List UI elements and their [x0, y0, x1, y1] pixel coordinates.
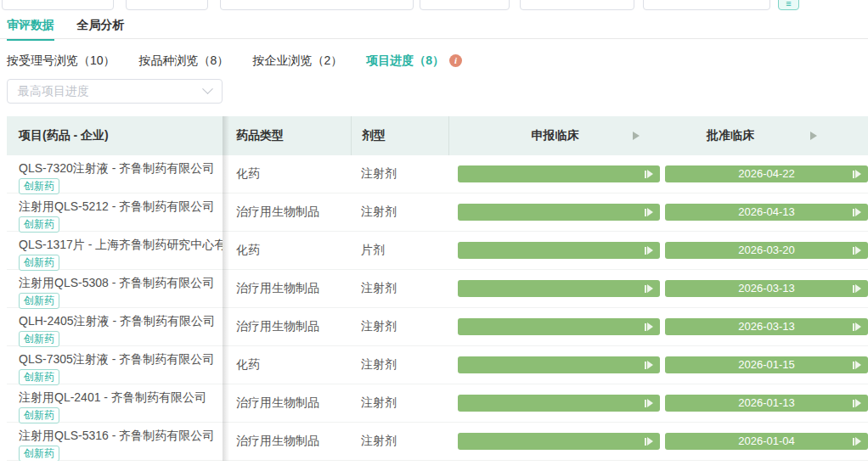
project-cell: QLS-1317片 - 上海齐鲁制药研究中心有限公司 创新药 [7, 232, 223, 269]
expand-stage-icon[interactable] [810, 132, 817, 140]
step-forward-icon [645, 437, 653, 446]
project-cell: 注射用QLS-5212 - 齐鲁制药有限公司 创新药 [7, 193, 223, 231]
declare-clinical-bar[interactable] [458, 356, 660, 373]
approve-clinical-cell: 2026-03-13 [661, 308, 868, 345]
approve-clinical-cell: 2026-01-13 [661, 384, 868, 422]
step-forward-icon [853, 437, 861, 446]
info-icon[interactable]: i [449, 54, 462, 67]
subtab-by-enterprise[interactable]: 按企业浏览（2） [252, 53, 342, 69]
declare-clinical-cell [448, 346, 661, 384]
subtab-by-acceptance-number[interactable]: 按受理号浏览（10） [7, 53, 116, 69]
filter-input[interactable] [2, 0, 114, 10]
dosage-form-cell: 注射剂 [351, 357, 448, 373]
filter-input[interactable] [520, 0, 634, 10]
chevron-down-icon [202, 83, 213, 94]
drug-type-cell: 化药 [223, 166, 351, 182]
bar-date-label: 2026-03-13 [665, 318, 868, 335]
step-forward-icon [853, 361, 861, 369]
tab-global-analysis[interactable]: 全局分析 [76, 18, 124, 39]
step-forward-icon [645, 208, 653, 216]
progress-select[interactable]: 最高项目进度 [7, 79, 223, 104]
subtab-project-progress[interactable]: 项目进度（8）i [366, 53, 462, 69]
approve-clinical-bar[interactable]: 2026-01-13 [665, 395, 868, 412]
approve-clinical-cell: 2026-01-15 [661, 346, 868, 384]
approve-clinical-bar[interactable]: 2026-04-13 [665, 204, 868, 221]
innovative-drug-badge: 创新药 [19, 293, 59, 309]
step-forward-icon [853, 170, 861, 178]
progress-table: 项目(药品 - 企业) 药品类型 剂型 申报临床 批准临床 QLS-7320注射… [7, 116, 868, 461]
declare-clinical-bar[interactable] [458, 395, 660, 412]
declare-clinical-bar[interactable] [458, 280, 660, 297]
step-forward-icon [853, 246, 861, 255]
step-forward-icon [645, 246, 653, 255]
step-forward-icon [645, 399, 653, 407]
declare-clinical-bar[interactable] [458, 433, 660, 450]
declare-clinical-bar[interactable] [458, 242, 660, 259]
table-row: QLS-7305注射液 - 齐鲁制药有限公司 创新药 化药 注射剂 2026-0… [7, 346, 868, 384]
project-cell: 注射用QLS-5316 - 齐鲁制药有限公司 创新药 [7, 423, 223, 460]
table-row: 注射用QL-2401 - 齐鲁制药有限公司 创新药 治疗用生物制品 注射剂 20… [7, 384, 868, 423]
declare-clinical-cell [448, 308, 661, 345]
subtab-by-variety[interactable]: 按品种浏览（8） [139, 53, 229, 69]
table-row: QLH-2405注射液 - 齐鲁制药有限公司 创新药 治疗用生物制品 注射剂 2… [7, 308, 868, 346]
table-row: 注射用QLS-5308 - 齐鲁制药有限公司 创新药 治疗用生物制品 注射剂 2… [7, 270, 868, 308]
declare-clinical-cell [448, 155, 661, 193]
sub-tabs: 按受理号浏览（10） 按品种浏览（8） 按企业浏览（2） 项目进度（8）i [0, 53, 868, 69]
table-header: 项目(药品 - 企业) 药品类型 剂型 申报临床 批准临床 [7, 116, 868, 155]
bar-date-label: 2026-04-22 [665, 165, 868, 182]
filter-input[interactable] [420, 0, 510, 10]
table-row: QLS-7320注射液 - 齐鲁制药有限公司 创新药 化药 注射剂 2026-0… [7, 155, 868, 193]
declare-clinical-cell [448, 423, 661, 460]
filter-row: 最高项目进度 [0, 79, 868, 104]
filter-input[interactable] [220, 0, 414, 10]
project-name: QLH-2405注射液 - 齐鲁制药有限公司 [19, 313, 223, 328]
dosage-form-cell: 注射剂 [351, 205, 448, 220]
drug-type-cell: 治疗用生物制品 [223, 434, 351, 449]
table-row: QLS-1317片 - 上海齐鲁制药研究中心有限公司 创新药 化药 片剂 202… [7, 232, 868, 270]
filter-input[interactable] [643, 0, 770, 10]
innovative-drug-badge: 创新药 [19, 446, 59, 461]
column-header-dosage-form: 剂型 [351, 116, 448, 155]
step-forward-icon [645, 170, 653, 178]
approve-clinical-cell: 2026-04-22 [661, 155, 868, 193]
bar-date-label: 2026-03-13 [665, 280, 868, 297]
approve-clinical-bar[interactable]: 2026-03-13 [665, 318, 868, 335]
table-row: 注射用QLS-5316 - 齐鲁制药有限公司 创新药 治疗用生物制品 注射剂 2… [7, 423, 868, 461]
drug-type-cell: 治疗用生物制品 [223, 281, 351, 296]
drug-type-cell: 治疗用生物制品 [223, 205, 351, 220]
table-body: QLS-7320注射液 - 齐鲁制药有限公司 创新药 化药 注射剂 2026-0… [7, 155, 868, 461]
project-cell: QLH-2405注射液 - 齐鲁制药有限公司 创新药 [7, 308, 223, 345]
declare-clinical-cell [448, 384, 661, 422]
expand-stage-icon[interactable] [633, 132, 640, 140]
tab-review-data[interactable]: 审评数据 [7, 18, 54, 41]
project-cell: 注射用QL-2401 - 齐鲁制药有限公司 创新药 [7, 384, 223, 422]
drug-type-cell: 治疗用生物制品 [223, 395, 351, 411]
declare-clinical-cell [448, 270, 661, 307]
bar-date-label: 2026-03-20 [665, 242, 868, 259]
step-forward-icon [853, 208, 861, 216]
approve-clinical-bar[interactable]: 2026-03-13 [665, 280, 868, 297]
project-name: 注射用QLS-5308 - 齐鲁制药有限公司 [19, 275, 223, 290]
declare-clinical-bar[interactable] [458, 165, 660, 182]
project-name: 注射用QLS-5212 - 齐鲁制药有限公司 [19, 199, 223, 214]
approve-clinical-bar[interactable]: 2026-01-04 [665, 433, 868, 450]
column-header-drug-type: 药品类型 [223, 116, 351, 155]
project-name: QLS-1317片 - 上海齐鲁制药研究中心有限公司 [19, 237, 223, 252]
drug-type-cell: 治疗用生物制品 [223, 319, 351, 334]
approve-clinical-bar[interactable]: 2026-04-22 [665, 165, 868, 182]
innovative-drug-badge: 创新药 [19, 369, 59, 385]
column-header-label: 申报临床 [532, 128, 579, 143]
project-name: QLS-7305注射液 - 齐鲁制药有限公司 [19, 351, 223, 367]
dosage-form-cell: 片剂 [351, 243, 448, 258]
project-name: QLS-7320注射液 - 齐鲁制药有限公司 [19, 160, 223, 176]
main-tabs: 审评数据 全局分析 [0, 17, 868, 39]
declare-clinical-bar[interactable] [458, 204, 660, 221]
approve-clinical-bar[interactable]: 2026-03-20 [665, 242, 868, 259]
approve-clinical-bar[interactable]: 2026-01-15 [665, 356, 868, 373]
declare-clinical-bar[interactable] [458, 318, 660, 335]
bar-date-label: 2026-01-04 [665, 433, 868, 450]
innovative-drug-badge: 创新药 [19, 331, 59, 347]
column-header-declare-clinical: 申报临床 [448, 116, 661, 155]
list-icon-button[interactable]: ≡ [778, 0, 799, 10]
filter-input[interactable] [126, 0, 208, 10]
